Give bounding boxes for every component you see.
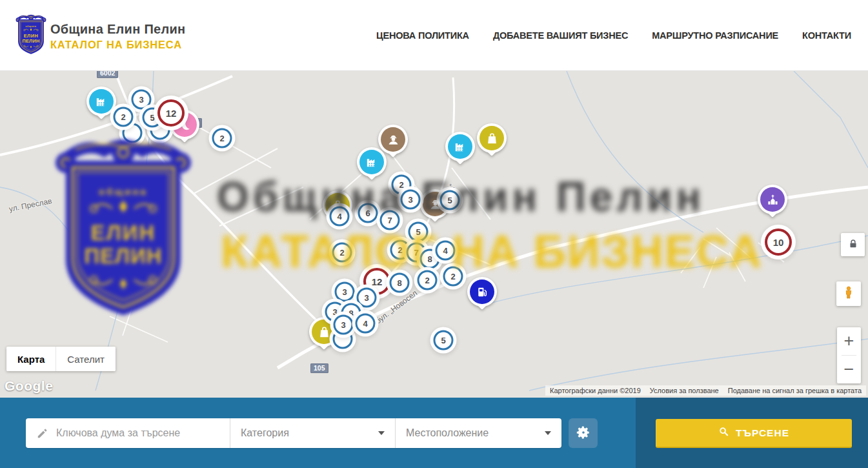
factory-icon xyxy=(448,134,472,159)
cluster-marker[interactable]: 5 xyxy=(440,190,460,210)
map-canvas[interactable]: 32512223546752278412822333834510 Община … xyxy=(0,71,868,398)
cluster-count: 3 xyxy=(342,287,347,297)
location-select[interactable]: Местоположение xyxy=(395,418,561,448)
zoom-in-button[interactable]: + xyxy=(837,327,861,355)
cluster-marker[interactable]: 2 xyxy=(114,107,134,127)
cluster-count: 6 xyxy=(365,209,370,218)
street-view-pegman-button[interactable] xyxy=(836,281,861,306)
cluster-count: 7 xyxy=(387,216,392,225)
chevron-down-icon xyxy=(378,431,385,435)
cluster-count: 5 xyxy=(447,196,452,205)
nav-link[interactable]: ДОБАВЕТЕ ВАШИЯТ БИЗНЕС xyxy=(493,30,628,41)
cluster-count: 3 xyxy=(341,320,345,330)
cluster-marker[interactable]: 3 xyxy=(334,315,354,335)
main-nav: ЦЕНОВА ПОЛИТИКАДОБАВЕТЕ ВАШИЯТ БИЗНЕСМАР… xyxy=(376,0,851,71)
cluster-count: 4 xyxy=(443,246,447,256)
bag-pin-marker[interactable] xyxy=(477,123,507,162)
fuel-pin-marker[interactable] xyxy=(467,277,497,316)
cluster-marker[interactable]: 2 xyxy=(212,128,232,148)
factory-pin-marker[interactable] xyxy=(445,132,475,170)
cluster-marker[interactable]: 6 xyxy=(358,203,378,223)
fuel-icon xyxy=(470,280,494,304)
search-icon xyxy=(718,426,729,440)
cluster-count: 5 xyxy=(150,113,154,123)
cluster-count: 8 xyxy=(397,278,401,288)
nav-link[interactable]: МАРШРУТНО РАЗПИСАНИЕ xyxy=(652,30,778,41)
attribution-link[interactable]: Подаване на сигнал за грешка в картата xyxy=(723,385,866,396)
keyword-search-input[interactable] xyxy=(56,427,219,439)
church-pin-marker[interactable] xyxy=(758,185,787,223)
gear-icon xyxy=(576,425,590,442)
cluster-count: 4 xyxy=(363,319,367,329)
pin-disc xyxy=(477,123,507,153)
cluster-count: 2 xyxy=(219,134,224,143)
cluster-marker[interactable]: 5 xyxy=(434,331,454,351)
cluster-marker[interactable]: 4 xyxy=(330,207,350,227)
municipality-crest-logo[interactable] xyxy=(15,14,46,56)
site-subtitle: КАТАЛОГ НА БИЗНЕСА xyxy=(50,39,182,51)
search-submit-button[interactable]: ТЪРСЕНЕ xyxy=(656,419,852,448)
nav-link[interactable]: ЦЕНОВА ПОЛИТИКА xyxy=(376,30,469,41)
cluster-count: 2 xyxy=(339,248,344,258)
pin-disc xyxy=(467,277,497,307)
site-title: Община Елин Пелин xyxy=(50,22,186,37)
cluster-marker[interactable]: 10 xyxy=(765,229,792,256)
map-attribution: Картографски данни ©2019Условия за ползв… xyxy=(545,385,866,396)
location-select-label: Местоположение xyxy=(406,427,540,439)
cluster-count: 2 xyxy=(121,112,125,122)
cluster-marker[interactable]: 5 xyxy=(409,222,429,242)
search-fields-group: Категория Местоположение xyxy=(26,418,561,448)
cluster-marker[interactable]: 3 xyxy=(132,90,152,110)
page: Община Елин Пелин КАТАЛОГ НА БИЗНЕСА ЦЕН… xyxy=(0,0,868,468)
cluster-marker[interactable]: 8 xyxy=(390,273,410,293)
cluster-marker[interactable]: 4 xyxy=(436,241,456,261)
category-select-label: Категория xyxy=(241,427,373,439)
zoom-out-button[interactable]: − xyxy=(837,356,861,383)
nav-link[interactable]: КОНТАКТИ xyxy=(802,30,851,41)
pin-disc xyxy=(357,147,387,177)
zoom-control: + − xyxy=(837,327,861,383)
pencil-icon xyxy=(36,427,48,440)
lock-icon xyxy=(847,238,859,252)
cluster-marker[interactable]: 2 xyxy=(443,267,463,287)
cluster-count: 3 xyxy=(332,307,337,317)
pin-disc xyxy=(445,132,475,161)
cluster-count: 8 xyxy=(427,254,432,264)
search-button-label: ТЪРСЕНЕ xyxy=(736,427,789,439)
cluster-marker[interactable]: 4 xyxy=(356,314,376,334)
cluster-marker[interactable]: 3 xyxy=(335,282,355,302)
attribution-link[interactable]: Условия за ползване xyxy=(645,385,723,396)
pin-disc xyxy=(758,185,787,214)
cluster-count: 5 xyxy=(441,336,445,345)
cluster-count: 12 xyxy=(372,276,383,287)
chevron-down-icon xyxy=(545,431,551,435)
factory-icon xyxy=(89,89,114,114)
cluster-marker[interactable]: 2 xyxy=(332,243,352,263)
cluster-marker[interactable]: 3 xyxy=(401,190,421,210)
cluster-marker[interactable]: 7 xyxy=(380,210,400,230)
map-type-map-button[interactable]: Карта xyxy=(6,347,56,371)
factory-pin-marker[interactable] xyxy=(86,86,116,125)
cluster-marker[interactable]: 12 xyxy=(157,99,185,127)
search-bar: Категория Местоположение ТЪРСЕНЕ xyxy=(0,398,868,468)
cluster-marker[interactable]: 2 xyxy=(418,270,438,290)
cluster-count: 2 xyxy=(425,276,429,285)
cluster-count: 2 xyxy=(399,180,403,190)
cluster-count: 4 xyxy=(337,212,341,221)
cluster-count: 3 xyxy=(408,195,412,205)
church-icon xyxy=(760,187,785,212)
markers-layer: 32512223546752278412822333834510 xyxy=(0,71,868,398)
attribution-text: Картографски данни ©2019 xyxy=(545,385,645,396)
factory-pin-marker[interactable] xyxy=(357,147,387,186)
keyword-field-section xyxy=(26,418,230,448)
cluster-count: 3 xyxy=(364,293,368,303)
advanced-search-settings-button[interactable] xyxy=(569,418,598,448)
fullscreen-lock-button[interactable] xyxy=(841,233,865,256)
map-type-satellite-button[interactable]: Сателит xyxy=(56,347,116,371)
category-select[interactable]: Категория xyxy=(230,418,395,448)
cluster-marker[interactable]: 3 xyxy=(357,288,377,308)
pegman-icon xyxy=(841,285,856,303)
pin-disc xyxy=(86,86,116,116)
google-logo[interactable]: Google xyxy=(5,378,53,394)
cluster-count: 7 xyxy=(414,248,418,258)
